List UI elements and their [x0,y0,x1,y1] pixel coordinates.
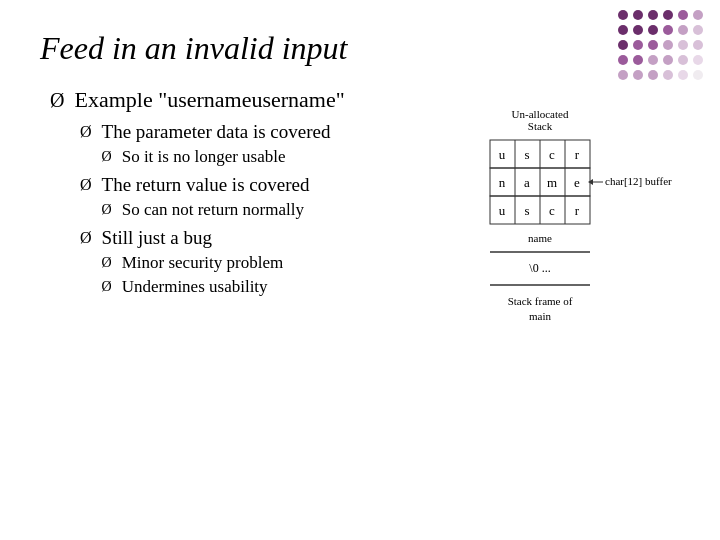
l1-marker: Ø [50,89,64,112]
svg-text:name: name [528,232,552,244]
l3-text-2-1: Undermines usability [122,277,268,297]
decoration-dot-18 [618,55,628,65]
l2-text-1: The return value is covered [102,174,310,195]
svg-text:u: u [499,203,506,218]
decoration-dot-6 [618,25,628,35]
decoration-dot-7 [633,25,643,35]
svg-text:c: c [549,147,555,162]
l3-text-1-0: So can not return normally [122,200,304,220]
stack-diagram: Un-allocated Stack u s c r n a m e [460,100,690,444]
decoration-dot-0 [618,10,628,20]
decoration-dot-27 [663,70,673,80]
decoration-dot-19 [633,55,643,65]
unallocated-label: Un-allocated [512,108,569,120]
svg-text:a: a [524,175,530,190]
decoration-dot-16 [678,40,688,50]
decoration-dot-12 [618,40,628,50]
decoration-dot-25 [633,70,643,80]
l3-marker-2-1: Ø [102,279,112,295]
l3-text-2-0: Minor security problem [122,253,283,273]
svg-text:char[12] buffer: char[12] buffer [605,175,672,187]
svg-text:r: r [575,147,580,162]
l2-marker-1: Ø [80,176,92,194]
decoration-dot-26 [648,70,658,80]
l3-bullet-2-1: Ø Undermines usability [102,277,284,297]
decoration-dot-11 [693,25,703,35]
decoration-dot-5 [693,10,703,20]
svg-text:s: s [524,203,529,218]
example-label: Example "usernameusername" [74,87,344,113]
decoration-dot-22 [678,55,688,65]
svg-text:c: c [549,203,555,218]
l3-bullet-0-0: Ø So it is no longer usable [102,147,331,167]
l2-marker-2: Ø [80,229,92,247]
l3-marker-2-0: Ø [102,255,112,271]
decoration-dot-10 [678,25,688,35]
decoration-dot-29 [693,70,703,80]
l2-marker-0: Ø [80,123,92,141]
diagram-svg: Un-allocated Stack u s c r n a m e [460,100,690,440]
l3-bullet-1-0: Ø So can not return normally [102,200,310,220]
decoration-dot-3 [663,10,673,20]
decoration-dot-13 [633,40,643,50]
svg-text:r: r [575,203,580,218]
decoration-dot-20 [648,55,658,65]
decoration-dot-23 [693,55,703,65]
decoration-dot-9 [663,25,673,35]
decoration-dot-24 [618,70,628,80]
svg-text:m: m [547,175,557,190]
slide: Feed in an invalid input Ø Example "user… [0,0,720,540]
l3-bullet-2-0: Ø Minor security problem [102,253,284,273]
decoration-dot-2 [648,10,658,20]
slide-title: Feed in an invalid input [40,30,680,67]
dots-decoration [618,10,705,82]
svg-text:e: e [574,175,580,190]
decoration-dot-8 [648,25,658,35]
svg-text:\0 ...: \0 ... [529,261,550,275]
decoration-dot-21 [663,55,673,65]
decoration-dot-4 [678,10,688,20]
svg-text:s: s [524,147,529,162]
decoration-dot-1 [633,10,643,20]
l3-marker-0-0: Ø [102,149,112,165]
svg-text:n: n [499,175,506,190]
svg-text:main: main [529,310,551,322]
decoration-dot-14 [648,40,658,50]
stack-label: Stack [528,120,553,132]
l2-text-0: The parameter data is covered [102,121,331,142]
l2-text-2: Still just a bug [102,227,212,248]
svg-text:u: u [499,147,506,162]
decoration-dot-17 [693,40,703,50]
l3-marker-1-0: Ø [102,202,112,218]
svg-text:Stack frame of: Stack frame of [508,295,573,307]
decoration-dot-28 [678,70,688,80]
l3-text-0-0: So it is no longer usable [122,147,286,167]
decoration-dot-15 [663,40,673,50]
